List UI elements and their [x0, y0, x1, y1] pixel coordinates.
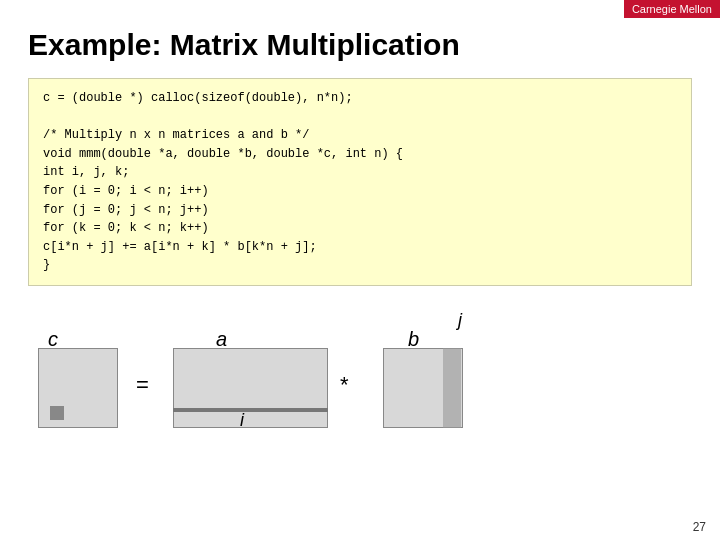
code-line-7: for (j = 0; j < n; j++) [43, 201, 677, 220]
carnegie-mellon-logo: Carnegie Mellon [624, 0, 720, 18]
times-operator: * [340, 372, 349, 398]
code-block: c = (double *) calloc(sizeof(double), n*… [28, 78, 692, 286]
matrix-diagram: j c = a i * b [28, 320, 692, 512]
a-row-highlight [173, 408, 328, 412]
code-line-4: void mmm(double *a, double *b, double *c… [43, 145, 677, 164]
i-label: i [240, 410, 244, 431]
code-closing-brace: } [43, 256, 677, 275]
j-label: j [458, 310, 462, 331]
code-line-9: c[i*n + j] += a[i*n + k] * b[k*n + j]; [43, 238, 677, 257]
page-title: Example: Matrix Multiplication [28, 28, 460, 62]
code-line-6: for (i = 0; i < n; i++) [43, 182, 677, 201]
b-col-highlight [443, 348, 461, 428]
code-line-3: /* Multiply n x n matrices a and b */ [43, 126, 677, 145]
c-cell-highlight [50, 406, 64, 420]
code-line-1: c = (double *) calloc(sizeof(double), n*… [43, 89, 677, 108]
a-matrix [173, 348, 328, 428]
equals-operator: = [136, 372, 149, 398]
page-number: 27 [693, 520, 706, 534]
code-line-5: int i, j, k; [43, 163, 677, 182]
code-line-8: for (k = 0; k < n; k++) [43, 219, 677, 238]
